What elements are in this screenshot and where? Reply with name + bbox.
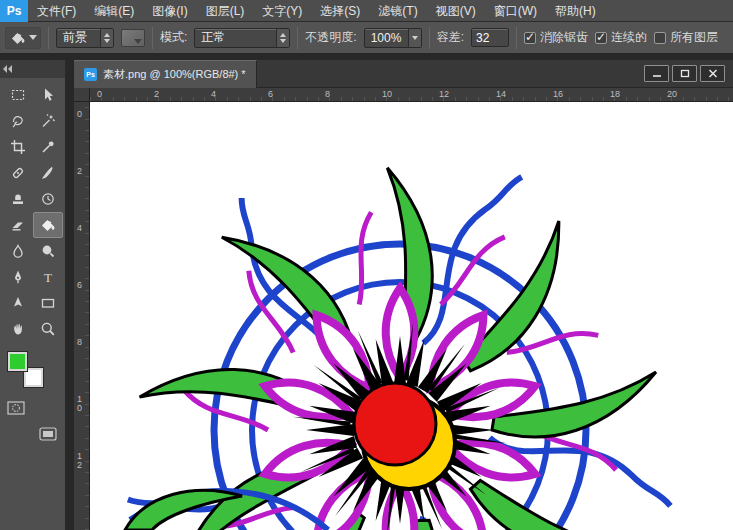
hand-tool[interactable] [3,316,33,342]
all-layers-label: 所有图层 [670,29,718,46]
healing-brush-icon [10,165,26,181]
tools-panel-header[interactable] [0,60,65,78]
divider [48,27,49,49]
document-tab-bar: Ps 素材.png @ 100%(RGB/8#) * [74,60,733,88]
dodge-tool[interactable] [33,238,63,264]
red-center [354,383,436,465]
ruler-tick: 2 [154,89,159,99]
divider [516,27,517,49]
clone-stamp-icon [10,191,26,207]
opacity-value: 100% [365,31,408,45]
foreground-color-swatch[interactable] [8,352,27,371]
paint-bucket-icon [40,217,56,233]
zoom-tool[interactable] [33,316,63,342]
spot-healing-brush-tool[interactable] [3,160,33,186]
clone-stamp-tool[interactable] [3,186,33,212]
file-thumbnail-icon: Ps [84,68,97,81]
svg-text:T: T [44,270,52,285]
vertical-ruler[interactable]: 0 2 4 6 8 10 12 [74,102,90,530]
move-tool[interactable] [33,82,63,108]
updown-arrows-icon [100,29,113,47]
hand-icon [10,321,26,337]
type-tool[interactable]: T [33,264,63,290]
ruler-tick: 6 [268,89,273,99]
menu-type[interactable]: 文字(Y) [253,0,311,22]
tool-preset-picker[interactable] [5,27,41,49]
document-title: 素材.png @ 100%(RGB/8#) * [103,67,246,82]
anti-alias-checkbox[interactable] [524,32,536,44]
move-icon [40,87,56,103]
brush-tool[interactable] [33,160,63,186]
menu-layer[interactable]: 图层(L) [197,0,254,22]
menu-filter[interactable]: 滤镜(T) [369,0,426,22]
eyedropper-tool[interactable] [33,134,63,160]
ruler-tick: 20 [667,89,677,99]
path-selection-tool[interactable] [3,290,33,316]
pen-tool[interactable] [3,264,33,290]
tool-options-bar: 前景 模式: 正常 不透明度: 100% 容差: 32 消除锯齿 连续的 所有图… [0,22,733,54]
quick-mask-button[interactable] [4,398,28,418]
document-window: Ps 素材.png @ 100%(RGB/8#) * 0 2 4 6 8 10 … [74,60,733,530]
window-controls [644,65,733,82]
mode-select[interactable]: 正常 [194,28,290,48]
magic-wand-icon [40,113,56,129]
rectangle-shape-tool[interactable] [33,290,63,316]
quick-mask-icon [7,401,25,415]
menu-image[interactable]: 图像(I) [143,0,196,22]
minimize-button[interactable] [644,65,669,82]
maximize-button[interactable] [672,65,697,82]
dodge-icon [40,243,56,259]
paint-bucket-tool[interactable] [33,212,63,238]
artwork-image [90,102,733,530]
brush-icon [40,165,56,181]
panel-footer-icons [0,398,65,444]
contiguous-label: 连续的 [611,29,647,46]
magic-wand-tool[interactable] [33,108,63,134]
rectangle-icon [40,295,56,311]
chevron-down-icon [408,29,421,47]
rectangular-marquee-tool[interactable] [3,82,33,108]
all-layers-checkbox[interactable] [654,32,666,44]
tolerance-input[interactable]: 32 [471,28,509,47]
pattern-picker[interactable] [121,29,145,47]
document-tab[interactable]: Ps 素材.png @ 100%(RGB/8#) * [74,60,257,88]
anti-alias-checkbox-group[interactable]: 消除锯齿 [524,29,588,46]
all-layers-checkbox-group[interactable]: 所有图层 [654,29,718,46]
menu-view[interactable]: 视图(V) [427,0,485,22]
menu-select[interactable]: 选择(S) [311,0,369,22]
tolerance-label: 容差: [437,29,464,46]
eraser-icon [10,217,26,233]
menu-file[interactable]: 文件(F) [28,0,85,22]
history-brush-tool[interactable] [33,186,63,212]
opacity-label: 不透明度: [305,29,356,46]
close-icon [708,69,718,78]
contiguous-checkbox-group[interactable]: 连续的 [595,29,647,46]
crop-icon [10,139,26,155]
close-button[interactable] [700,65,725,82]
ruler-tick: 0 [97,89,102,99]
opacity-select[interactable]: 100% [364,28,422,48]
contiguous-checkbox[interactable] [595,32,607,44]
screen-mode-button[interactable] [36,424,60,444]
eraser-tool[interactable] [3,212,33,238]
ruler-tick: 2 [77,167,86,176]
ruler-tick: 8 [77,338,86,347]
menu-edit[interactable]: 编辑(E) [85,0,143,22]
divider [152,27,153,49]
zoom-icon [40,321,56,337]
ruler-tick: 4 [211,89,216,99]
ruler-tick: 14 [496,89,506,99]
anti-alias-label: 消除锯齿 [540,29,588,46]
menu-window[interactable]: 窗口(W) [485,0,546,22]
lasso-tool[interactable] [3,108,33,134]
menu-help[interactable]: 帮助(H) [546,0,605,22]
canvas[interactable] [90,102,733,530]
photoshop-logo: Ps [0,0,28,22]
crop-tool[interactable] [3,134,33,160]
horizontal-ruler[interactable]: 0 2 4 6 8 10 12 14 16 18 20 [90,88,733,102]
divider [297,27,298,49]
blur-tool[interactable] [3,238,33,264]
fill-source-select[interactable]: 前景 [56,28,114,48]
ruler-tick: 6 [77,281,86,290]
minimize-icon [652,69,662,78]
